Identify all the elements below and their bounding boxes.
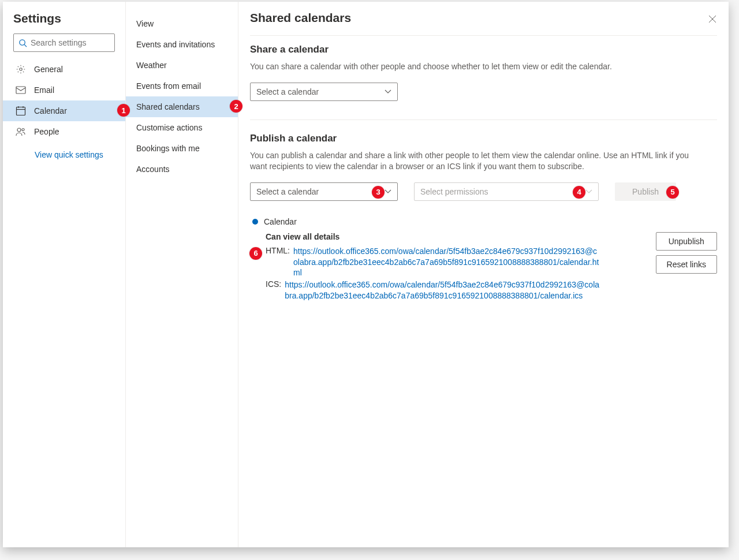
subnav-item-events-from-email[interactable]: Events from email — [126, 76, 238, 96]
svg-point-9 — [22, 129, 24, 131]
settings-subnav-column: View Events and invitations Weather Even… — [126, 2, 238, 547]
annotation-3: 3 — [372, 186, 385, 199]
subnav-item-weather[interactable]: Weather — [126, 55, 238, 76]
chevron-down-icon — [385, 89, 391, 94]
html-link-url[interactable]: https://outlook.office365.com/owa/calend… — [293, 246, 600, 279]
search-input[interactable] — [31, 38, 132, 47]
chevron-down-icon — [585, 189, 592, 194]
unpublish-button-label: Unpublish — [669, 237, 704, 246]
annotation-4: 4 — [573, 186, 585, 199]
html-link-label: HTML: — [266, 246, 290, 255]
nav-label-calendar: Calendar — [34, 106, 67, 115]
publish-button-label: Publish — [632, 187, 659, 196]
svg-point-2 — [20, 68, 23, 71]
calendar-color-dot — [252, 219, 258, 225]
share-section-title: Share a calendar — [250, 44, 717, 55]
gear-icon — [16, 64, 26, 74]
published-calendar-item: Calendar Can view all details 6 HTML: ht… — [250, 217, 717, 303]
page-title: Shared calendars — [250, 11, 717, 35]
settings-nav-column: Settings General — [3, 2, 126, 547]
nav-label-general: General — [34, 65, 63, 74]
published-permission: Can view all details — [266, 232, 600, 241]
svg-rect-4 — [17, 107, 25, 115]
annotation-5: 5 — [666, 186, 679, 199]
share-calendar-select[interactable]: Select a calendar — [250, 83, 398, 101]
subnav-item-shared-calendars[interactable]: Shared calendars 2 — [126, 96, 238, 117]
nav-item-people[interactable]: People — [3, 121, 125, 142]
settings-main-column: Shared calendars Share a calendar You ca… — [238, 2, 729, 547]
settings-title: Settings — [3, 10, 125, 33]
content-body: Share a calendar You can share a calenda… — [250, 35, 717, 303]
svg-point-0 — [20, 39, 25, 44]
publish-section-title: Publish a calendar — [250, 133, 717, 144]
chevron-down-icon — [385, 189, 391, 194]
published-calendar-name: Calendar — [264, 217, 297, 226]
nav-item-calendar[interactable]: Calendar 1 — [3, 100, 125, 121]
search-box[interactable] — [13, 33, 115, 52]
svg-point-8 — [17, 128, 21, 132]
mail-icon — [16, 85, 26, 95]
svg-rect-3 — [16, 87, 25, 94]
settings-panel: Settings General — [3, 2, 729, 547]
nav-label-email: Email — [34, 85, 54, 95]
subnav-item-accounts[interactable]: Accounts — [126, 159, 238, 180]
subnav-item-view[interactable]: View — [126, 13, 238, 34]
ics-link-row: ICS: https://outlook.office365.com/owa/c… — [266, 279, 600, 301]
subnav-label-shared-calendars: Shared calendars — [136, 102, 200, 111]
annotation-1: 1 — [117, 104, 130, 117]
annotation-6: 6 — [249, 247, 262, 260]
calendar-icon — [16, 106, 26, 116]
search-wrap — [3, 33, 125, 59]
people-icon — [16, 126, 26, 137]
publish-controls-row: Select a calendar 3 Select permissions 4… — [250, 182, 717, 201]
publish-button: Publish 5 — [615, 182, 676, 201]
reset-links-button-label: Reset links — [667, 260, 706, 269]
published-calendar-detail: Can view all details 6 HTML: https://out… — [266, 232, 600, 303]
nav-label-people: People — [34, 127, 59, 136]
close-icon — [708, 15, 716, 23]
subnav-item-events-invitations[interactable]: Events and invitations — [126, 34, 238, 55]
nav-item-general[interactable]: General — [3, 59, 125, 80]
search-icon — [18, 39, 27, 47]
ics-link-label: ICS: — [266, 279, 281, 289]
share-calendar-select-placeholder: Select a calendar — [256, 87, 319, 96]
published-calendar-actions: Unpublish Reset links — [656, 232, 717, 274]
published-calendar-header: Calendar — [250, 217, 717, 226]
subnav-item-bookings[interactable]: Bookings with me — [126, 138, 238, 159]
ics-link-url[interactable]: https://outlook.office365.com/owa/calend… — [285, 279, 600, 301]
nav-item-email[interactable]: Email — [3, 80, 125, 100]
publish-section-desc: You can publish a calendar and share a l… — [250, 150, 700, 172]
publish-permissions-placeholder: Select permissions — [420, 187, 488, 196]
publish-permissions-select: Select permissions 4 — [414, 182, 599, 201]
close-button[interactable] — [703, 10, 722, 28]
subnav-item-customise-actions[interactable]: Customise actions — [126, 117, 238, 138]
publish-calendar-placeholder: Select a calendar — [256, 187, 319, 196]
reset-links-button[interactable]: Reset links — [656, 255, 717, 274]
share-section-desc: You can share a calendar with other peop… — [250, 61, 700, 72]
published-calendar-row: Can view all details 6 HTML: https://out… — [250, 232, 717, 303]
quick-settings-link[interactable]: View quick settings — [3, 142, 125, 164]
section-divider — [250, 120, 717, 120]
publish-calendar-select[interactable]: Select a calendar 3 — [250, 182, 398, 201]
unpublish-button[interactable]: Unpublish — [656, 232, 717, 251]
annotation-2: 2 — [230, 100, 242, 113]
svg-line-1 — [24, 44, 27, 47]
html-link-row: HTML: https://outlook.office365.com/owa/… — [266, 246, 600, 279]
